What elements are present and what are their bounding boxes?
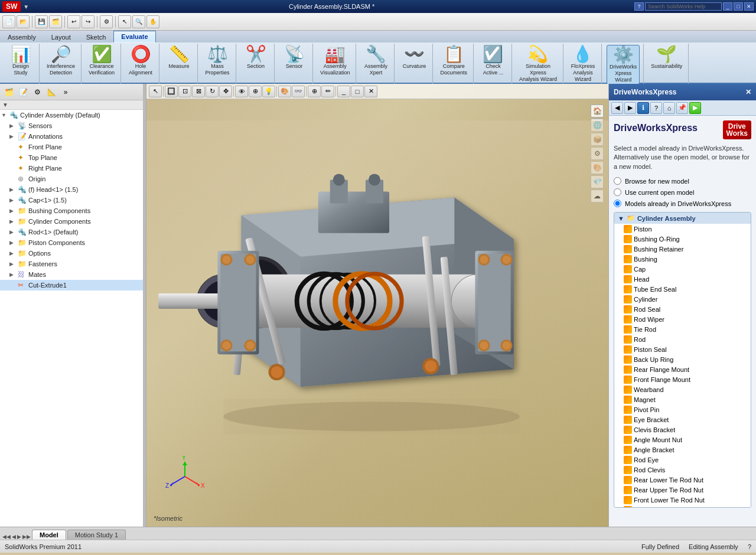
model-item-rod-clevis[interactable]: Rod Clevis — [614, 465, 751, 475]
panel-btn-2[interactable]: 📝 — [17, 86, 30, 99]
maximize-btn[interactable]: □ — [734, 2, 743, 11]
radio-current[interactable] — [614, 188, 621, 196]
vp-section-btn[interactable]: ⊕ — [249, 86, 262, 97]
vp-zoom-box-btn[interactable]: 🔲 — [165, 86, 178, 97]
vp-origin-btn[interactable]: ⊕ — [308, 86, 321, 97]
vp-arrow-btn[interactable]: ↖ — [149, 86, 162, 97]
new-btn[interactable]: 📄 — [2, 15, 15, 28]
status-help-btn[interactable]: ? — [748, 543, 751, 550]
vp-pan-btn[interactable]: ✥ — [219, 86, 232, 97]
model-item-rear-upper-tie[interactable]: Rear Upper Tie Rod Nut — [614, 485, 751, 495]
model-item-angle-bracket[interactable]: Angle Bracket — [614, 445, 751, 455]
model-item-front-flange[interactable]: Front Flange Mount — [614, 374, 751, 384]
vp-rotate-btn[interactable]: ↻ — [206, 86, 219, 97]
model-item-front-lower-tie[interactable]: Front Lower Tie Rod Nut — [614, 495, 751, 505]
tree-item-piston[interactable]: ▶ 📁 Piston Components — [0, 237, 146, 248]
panel-btn-3[interactable]: ⚙ — [31, 86, 44, 99]
tree-root[interactable]: ▼ 🔩 Cylinder Assembly (Default) — [0, 110, 146, 120]
vp-close-btn[interactable]: ✕ — [364, 86, 377, 97]
option-already[interactable]: Models already in DriveWorksXpress — [614, 200, 751, 207]
btn-measure[interactable]: 📏 Measure — [164, 45, 194, 71]
vp-zoom-fit-btn[interactable]: ⊡ — [178, 86, 191, 97]
menu-file[interactable]: ▼ — [23, 4, 29, 10]
btn-simulation[interactable]: 💫 SimulationXpressAnalysis Wizard — [517, 45, 559, 83]
nav-info-btn[interactable]: ℹ — [637, 102, 649, 114]
nav-help-btn[interactable]: ? — [650, 102, 662, 114]
tree-item-origin[interactable]: ⊕ Origin — [0, 174, 146, 184]
model-item-wearband[interactable]: Wearband — [614, 384, 751, 394]
btn-sensor[interactable]: 📡 Sensor — [279, 45, 309, 71]
btn-mass[interactable]: ⚖️ MassProperties — [203, 45, 232, 77]
save-btn[interactable]: 💾 — [35, 15, 48, 28]
model-item-rod-seal[interactable]: Rod Seal — [614, 304, 751, 314]
tree-item-cap[interactable]: ▶ 🔩 Cap<1> (1.5) — [0, 195, 146, 205]
nav-play-btn[interactable]: ▶ — [689, 102, 701, 114]
model-item-tube-end-seal[interactable]: Tube End Seal — [614, 284, 751, 294]
tree-item-bushing[interactable]: ▶ 📁 Bushing Components — [0, 205, 146, 216]
tree-item-fasteners[interactable]: ▶ 📁 Fasteners — [0, 259, 146, 269]
scroll-next-btn[interactable]: ▶ — [17, 534, 21, 540]
nav-forward-btn[interactable]: ▶ — [624, 102, 636, 114]
btn-flo[interactable]: 💧 FloXpressAnalysisWizard — [568, 45, 598, 83]
tree-item-cylinder[interactable]: ▶ 📁 Cylinder Components — [0, 216, 146, 227]
tree-item-rod[interactable]: ▶ 🔩 Rod<1> (Default) — [0, 227, 146, 237]
model-item-bushing-retainer[interactable]: Bushing Retainer — [614, 244, 751, 254]
btn-assembly-xpert[interactable]: 🔧 AssemblyXpert — [361, 45, 390, 77]
minimize-btn[interactable]: _ — [723, 2, 732, 11]
tab-model[interactable]: Model — [32, 530, 66, 540]
tab-sketch[interactable]: Sketch — [79, 31, 114, 43]
scroll-prev-btn[interactable]: ◀ — [12, 534, 16, 540]
model-item-bushing[interactable]: Bushing — [614, 254, 751, 264]
model-item-rear-flange[interactable]: Rear Flange Mount — [614, 364, 751, 374]
search-input[interactable] — [645, 2, 722, 11]
vp-render-mode-btn[interactable]: 🎨 — [278, 86, 291, 97]
nav-home-btn[interactable]: ⌂ — [663, 102, 675, 114]
btn-check[interactable]: ☑️ CheckActive ... — [478, 45, 508, 77]
model-item-rod-wiper[interactable]: Rod Wiper — [614, 314, 751, 324]
btn-sustainability[interactable]: 🌱 Sustainability — [649, 45, 685, 71]
vp-min-btn[interactable]: _ — [337, 86, 350, 97]
tab-layout[interactable]: Layout — [44, 31, 79, 43]
vp-hide-btn[interactable]: 👓 — [292, 86, 305, 97]
tab-evaluate[interactable]: Evaluate — [113, 31, 155, 43]
tree-item-sensors[interactable]: ▶ 📡 Sensors — [0, 120, 146, 131]
open-btn[interactable]: 📂 — [17, 15, 30, 28]
vp-zoom-sheet-btn[interactable]: ⊠ — [192, 86, 205, 97]
save-all-btn[interactable]: 🗂️ — [49, 15, 62, 28]
nav-back-btn[interactable]: ◀ — [611, 102, 623, 114]
panel-expand[interactable]: » — [59, 86, 72, 99]
model-item-rod[interactable]: Rod — [614, 334, 751, 344]
vp-display-btn[interactable]: 💡 — [262, 86, 275, 97]
model-item-cylinder[interactable]: Cylinder — [614, 294, 751, 304]
select-btn[interactable]: ↖ — [118, 15, 131, 28]
tree-item-front-plane[interactable]: ✦ Front Plane — [0, 142, 146, 152]
panel-btn-1[interactable]: 🗂️ — [2, 86, 15, 99]
tab-motion-study[interactable]: Motion Study 1 — [67, 530, 126, 540]
viewport[interactable]: ↖ 🔲 ⊡ ⊠ ↻ ✥ 👁 ⊕ 💡 🎨 👓 ⊕ ✏ _ □ ✕ 🏠 🌐 — [146, 84, 608, 527]
model-item-piston-seal[interactable]: Piston Seal — [614, 344, 751, 354]
model-item-rear-lower-tie[interactable]: Rear Lower Tie Rod Nut — [614, 475, 751, 485]
btn-curvature[interactable]: 〰️ Curvature — [399, 45, 429, 71]
option-current[interactable]: Use current open model — [614, 188, 751, 196]
tree-item-top-plane[interactable]: ✦ Top Plane — [0, 152, 146, 163]
help-btn[interactable]: ? — [634, 2, 644, 11]
pan-btn[interactable]: ✋ — [146, 15, 159, 28]
model-item-magnet[interactable]: Magnet — [614, 394, 751, 404]
panel-btn-4[interactable]: 📐 — [45, 86, 58, 99]
zoom-btn[interactable]: 🔍 — [132, 15, 145, 28]
tree-item-head[interactable]: ▶ 🔩 (f) Head<1> (1.5) — [0, 184, 146, 195]
model-item-piston[interactable]: Piston — [614, 224, 751, 234]
model-item-angle-mount-nut[interactable]: Angle Mount Nut — [614, 435, 751, 445]
radio-already[interactable] — [614, 200, 621, 207]
model-item-cap[interactable]: Cap — [614, 264, 751, 274]
model-item-front-upper-tie[interactable]: Front Upper Tie Rod Nut — [614, 505, 751, 507]
model-item-rod-eye[interactable]: Rod Eye — [614, 455, 751, 465]
radio-browse[interactable] — [614, 177, 621, 185]
btn-driveworks[interactable]: ⚙️ DriveWorksXpressWizard — [607, 45, 640, 84]
btn-section[interactable]: ✂️ Section — [241, 45, 271, 71]
tree-item-right-plane[interactable]: ✦ Right Plane — [0, 163, 146, 174]
model-item-pivot-pin[interactable]: Pivot Pin — [614, 404, 751, 414]
panel-resize-handle[interactable] — [143, 84, 146, 527]
vp-max-btn[interactable]: □ — [351, 86, 364, 97]
model-item-eye-bracket[interactable]: Eye Bracket — [614, 414, 751, 425]
